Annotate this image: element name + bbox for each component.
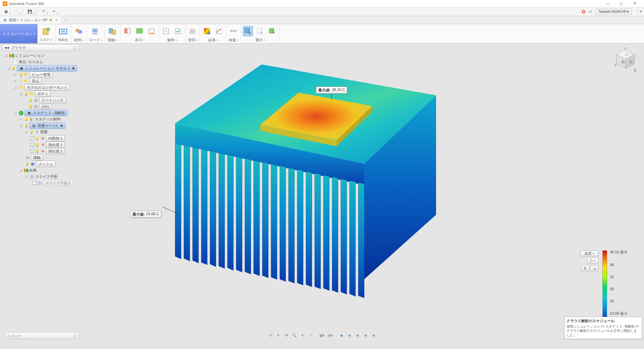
legend-color-bar[interactable] bbox=[602, 250, 607, 317]
viewcube-right-label: 右 bbox=[629, 60, 633, 64]
tree-results[interactable]: ◿結果 bbox=[2, 167, 79, 173]
tree-cpu[interactable]: 💡◫CPU bbox=[2, 103, 79, 110]
dof-view-button[interactable] bbox=[147, 26, 157, 36]
results-graph-button[interactable] bbox=[214, 26, 224, 36]
viewport-cube1-button[interactable]: ◈ bbox=[346, 332, 353, 339]
svg-rect-21 bbox=[204, 28, 210, 34]
tree-contacts[interactable]: ▭接触 bbox=[2, 154, 79, 161]
tree-components[interactable]: ◿📁モデルのコンポーネント bbox=[2, 84, 79, 91]
file-menu-button[interactable]: 📄▾ bbox=[12, 8, 20, 15]
data-panel-button[interactable]: ▦▾ bbox=[2, 8, 10, 15]
window-maximize-button[interactable]: ▢ bbox=[614, 0, 628, 7]
viewport-cube4-button[interactable]: ◈ bbox=[370, 332, 377, 339]
legend-ticks: 38.16 最大 36 32 28 24 23.08 最小 bbox=[609, 248, 628, 317]
precheck-button[interactable] bbox=[173, 26, 183, 36]
group-label-inspect: 検査 ▾ bbox=[229, 38, 238, 43]
job-status-icon[interactable]: ◷ bbox=[589, 9, 592, 14]
tree-sim-model[interactable]: ◿💡▣シミュレーション モデル 1 bbox=[2, 65, 79, 71]
tree-body[interactable]: ◿💡📁ボディ bbox=[2, 91, 79, 97]
contacts-button[interactable] bbox=[107, 26, 118, 37]
grid-settings-button[interactable]: ▤▾ bbox=[326, 332, 334, 339]
viewport-cube2-button[interactable]: ◈ bbox=[354, 332, 361, 339]
legend-quantity-select[interactable]: 温度▾ bbox=[580, 250, 598, 256]
group-label-load: ロード ▾ bbox=[89, 38, 102, 43]
tree-origin[interactable]: ▷💡📁原点 bbox=[2, 78, 79, 84]
tree-study-materials[interactable]: ▷💡◐スタディの材料 bbox=[2, 116, 79, 122]
ribbon-group-materials: 材料 ▾ bbox=[71, 24, 87, 43]
display-toggle-1[interactable] bbox=[122, 26, 132, 36]
user-menu[interactable]: Tadashi ADACHI ▾ bbox=[595, 8, 632, 15]
new-study-button[interactable]: + bbox=[41, 26, 52, 37]
browser-tree: ◿シミュレーション 📄単位: カスタム ◿💡▣シミュレーション モデル 1 ▷💡… bbox=[2, 51, 79, 186]
tree-study1[interactable]: ◿✓▣スタディ 1 - 熱解析 bbox=[2, 110, 79, 116]
tree-heatsink[interactable]: 💡◫ヒートシンク bbox=[2, 97, 79, 103]
window-minimize-button[interactable]: — bbox=[601, 0, 614, 7]
tree-view-mgmt[interactable]: ▷💡📁ビュー管理 bbox=[2, 71, 79, 78]
orbit-button[interactable]: ⟲ bbox=[267, 332, 274, 339]
tree-heat-transfer1[interactable]: ✓💡≋熱伝達 1 bbox=[2, 142, 79, 148]
ribbon-group-manage: 管理 ▾ bbox=[185, 24, 200, 43]
load-button[interactable] bbox=[90, 26, 101, 37]
comments-expand-icon[interactable] bbox=[73, 334, 77, 337]
comments-bar[interactable]: コメント bbox=[5, 332, 79, 339]
inspect-button[interactable] bbox=[228, 26, 238, 36]
ribbon-group-simplify: 単純化 bbox=[55, 24, 71, 43]
collapse-icon[interactable]: ◀◀ bbox=[4, 46, 9, 49]
display-settings-button[interactable]: ▦▾ bbox=[318, 332, 326, 339]
materials-button[interactable] bbox=[73, 26, 85, 37]
viewport-single-button[interactable]: ◆ bbox=[338, 332, 345, 339]
svg-rect-22 bbox=[231, 30, 236, 32]
zoom-button[interactable]: 🔍 bbox=[291, 332, 298, 339]
document-tabs: ▣ 放熱シミュレ...ョン v9* ✕ ＋ bbox=[0, 16, 644, 24]
workspace-switcher[interactable]: シミュレーション▾ bbox=[0, 24, 38, 43]
select-paint-button[interactable] bbox=[267, 26, 277, 36]
legend-settings-button[interactable]: ⚙ bbox=[581, 265, 589, 271]
window-close-button[interactable]: ✕ bbox=[628, 0, 641, 7]
tree-units[interactable]: 📄単位: カスタム bbox=[2, 59, 79, 65]
undo-button[interactable]: ↶▾ bbox=[40, 8, 48, 15]
look-at-button[interactable]: ▾ bbox=[275, 332, 282, 339]
help-button[interactable]: ❔▾ bbox=[635, 9, 642, 14]
zoom-drop-button[interactable]: ▾ bbox=[299, 332, 306, 339]
tree-load-case[interactable]: ◿💡▤荷重ケース1 bbox=[2, 122, 79, 129]
svg-rect-10 bbox=[124, 29, 127, 33]
browser-settings-icon[interactable] bbox=[73, 46, 77, 49]
infobox-text: 放熱シミュレーション の スタディ 1 - 熱解析 のクラウド解析のスケジュール… bbox=[567, 324, 640, 337]
simplify-button[interactable] bbox=[57, 26, 69, 37]
record-icon[interactable] bbox=[582, 10, 585, 13]
display-toggle-2[interactable] bbox=[135, 26, 145, 36]
save-button[interactable]: 💾▾ bbox=[26, 8, 34, 15]
browser-panel: ◀◀ ブラウザ ◿シミュレーション 📄単位: カスタム ◿💡▣シミュレーション … bbox=[2, 44, 79, 186]
document-tab[interactable]: ▣ 放熱シミュレ...ョン v9* ✕ bbox=[0, 16, 62, 24]
solve-button[interactable]: = bbox=[161, 26, 171, 36]
ribbon-group-contacts: 接触 ▾ bbox=[105, 24, 120, 43]
redo-button[interactable]: ↷▾ bbox=[50, 8, 58, 15]
view-cube[interactable]: 前 右 上 Z Y X bbox=[614, 48, 637, 71]
select-freeform-button[interactable] bbox=[255, 26, 265, 36]
new-tab-button[interactable]: ＋ bbox=[62, 16, 70, 24]
results-contour-button[interactable] bbox=[202, 26, 212, 36]
ribbon-group-select: 選択 ▾ bbox=[241, 24, 279, 43]
tree-mesh[interactable]: 💡▦メッシュ bbox=[2, 161, 79, 167]
tree-slice-planes[interactable]: ◿◫スライス平面 bbox=[2, 173, 79, 180]
tree-loads[interactable]: ◿💡↧荷重 bbox=[2, 129, 79, 135]
tree-internal-heat[interactable]: ✓💡≋内部熱 1 bbox=[2, 135, 79, 142]
browser-header[interactable]: ◀◀ ブラウザ bbox=[2, 44, 79, 51]
viewport-cube3-button[interactable]: ◈ bbox=[362, 332, 369, 339]
select-window-button[interactable] bbox=[243, 26, 253, 36]
viewport-3d[interactable]: 前 右 上 Z Y X bbox=[0, 44, 644, 340]
tree-heat-transfer2[interactable]: ✓💡≋熱伝達 2 bbox=[2, 148, 79, 154]
fit-button[interactable]: ⤢ bbox=[307, 332, 314, 339]
group-label-materials: 材料 ▾ bbox=[74, 38, 84, 43]
manage-button[interactable] bbox=[187, 26, 198, 36]
min-callout[interactable]: 最小値:23.08 C bbox=[130, 211, 161, 218]
doc-title: 放熱シミュレ...ョン v9* bbox=[9, 17, 48, 22]
legend-unit-select[interactable]: C▾ bbox=[587, 258, 598, 264]
close-tab-button[interactable]: ✕ bbox=[55, 18, 58, 22]
tree-root[interactable]: ◿シミュレーション bbox=[2, 52, 79, 59]
svg-text:+: + bbox=[47, 27, 49, 31]
pan-button[interactable]: ✥ bbox=[283, 332, 290, 339]
tree-slice-plane1[interactable]: ◫スライス平面-1 bbox=[2, 180, 79, 186]
legend-delta-button[interactable]: ⊿ bbox=[590, 265, 598, 271]
max-callout[interactable]: 最大値:38.16 C bbox=[316, 87, 347, 94]
